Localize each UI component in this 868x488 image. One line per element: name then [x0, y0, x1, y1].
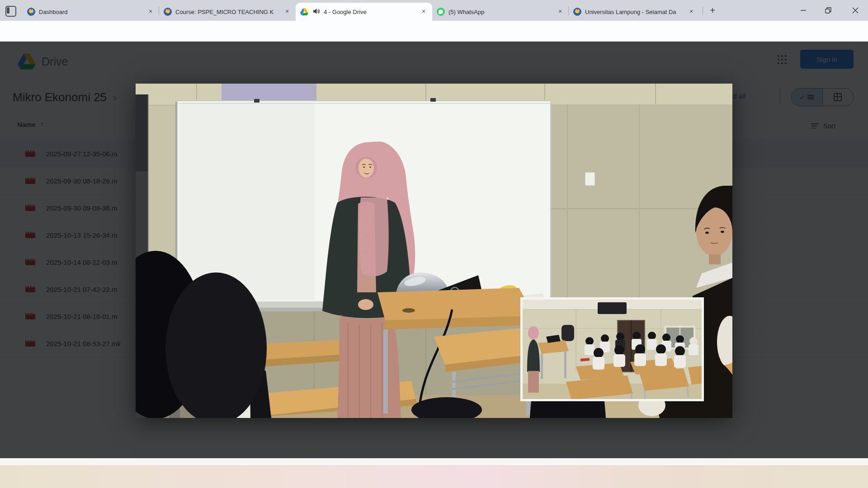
tab-actions-icon[interactable] [5, 6, 16, 17]
window-bottom-edge [0, 458, 868, 465]
tab-separator [703, 6, 703, 15]
light-switch [585, 172, 595, 186]
tab-whatsapp[interactable]: (5) WhatsApp × [432, 3, 569, 21]
unila-favicon-icon [27, 8, 35, 16]
tab-close-icon[interactable]: × [283, 8, 291, 16]
taskbar: MM365 [0, 465, 868, 488]
tab-google-drive-active[interactable]: 4 - Google Drive × [296, 3, 432, 21]
browser-toolbar: https://drive.google.com/drive/folders/1… [0, 21, 868, 42]
tab-close-icon[interactable]: × [146, 8, 155, 16]
screen: Dashboard × Course: PSPE_MICRO TEACHING … [0, 0, 868, 488]
tab-course[interactable]: Course: PSPE_MICRO TEACHING K × [159, 3, 296, 21]
tab-close-icon[interactable]: × [420, 8, 428, 16]
unila-favicon-icon [164, 8, 172, 16]
tab-close-icon[interactable]: × [687, 8, 695, 16]
google-drive-favicon-icon [300, 8, 308, 16]
tab-audio-icon[interactable] [312, 7, 320, 17]
new-tab-button[interactable]: + [706, 5, 719, 17]
video-player-overlay[interactable] [136, 84, 732, 418]
window-minimize-button[interactable] [793, 0, 814, 21]
tab-dashboard[interactable]: Dashboard × [23, 3, 159, 21]
unila-favicon-icon [573, 8, 581, 16]
classroom-video-frame [136, 84, 732, 418]
pip-inset [520, 297, 704, 408]
browser-tab-bar: Dashboard × Course: PSPE_MICRO TEACHING … [0, 0, 868, 21]
tab-close-icon[interactable]: × [556, 8, 564, 16]
window-restore-button[interactable] [818, 0, 839, 21]
tab-universitas-lampung[interactable]: Universitas Lampung - Selamat Da × [569, 3, 700, 21]
whatsapp-favicon-icon [437, 8, 445, 16]
window-close-button[interactable] [845, 0, 866, 21]
